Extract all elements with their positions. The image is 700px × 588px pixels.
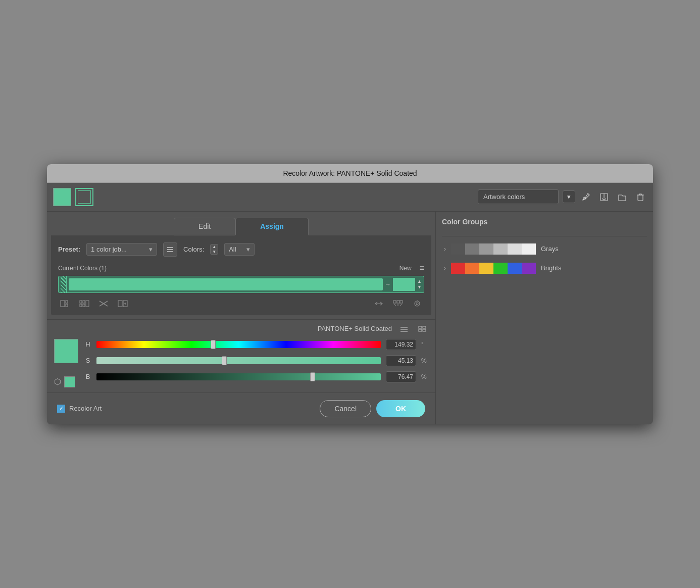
main-color-swatch[interactable] <box>54 339 78 363</box>
artwork-colors-dropdown[interactable]: ▾ <box>563 190 575 203</box>
trash-icon[interactable] <box>634 191 647 203</box>
save-icon[interactable] <box>597 191 611 203</box>
svg-rect-32 <box>423 329 426 331</box>
toolbar-row: ▾ <box>47 183 653 212</box>
footer-buttons: Cancel OK <box>320 400 425 417</box>
h-unit: ° <box>421 341 428 348</box>
column-menu-icon[interactable]: ≡ <box>420 264 424 273</box>
eyedropper-icon[interactable] <box>579 191 592 203</box>
assign-panel: Preset: 1 color job... ▾ Colors: <box>51 235 431 315</box>
svg-rect-7 <box>66 301 68 303</box>
color-group-grays[interactable]: › Grays <box>442 239 647 259</box>
svg-rect-16 <box>118 301 122 307</box>
svg-rect-12 <box>83 304 85 307</box>
brights-label: Brights <box>541 264 561 272</box>
separator <box>442 236 647 236</box>
svg-point-23 <box>415 301 420 306</box>
svg-rect-5 <box>167 251 173 252</box>
color-stripe <box>61 276 67 292</box>
svg-rect-4 <box>167 249 173 250</box>
svg-rect-22 <box>400 301 403 303</box>
find-icon[interactable] <box>410 299 424 308</box>
new-color-spinner[interactable]: ▲ ▼ <box>417 279 422 290</box>
bottom-icons-row <box>58 295 424 308</box>
footer-row: ✓ Recolor Art Cancel OK <box>47 393 435 424</box>
cube-icon: ⬡ <box>54 377 61 386</box>
folder-icon[interactable] <box>616 191 629 203</box>
small-swatch[interactable] <box>64 376 75 387</box>
pantone-row: PANTONE+ Solid Coated <box>54 325 428 333</box>
swap-colors-icon[interactable] <box>372 299 386 308</box>
pantone-label: PANTONE+ Solid Coated <box>318 325 392 332</box>
preset-label: Preset: <box>58 246 80 253</box>
colors-label: Colors: <box>183 246 204 253</box>
b-slider-thumb[interactable] <box>310 372 315 381</box>
color-groups-label: Color Groups <box>442 218 487 226</box>
hsb-sliders-container: H ° S <box>54 339 428 382</box>
svg-rect-8 <box>66 304 68 307</box>
svg-rect-20 <box>393 301 396 303</box>
svg-point-0 <box>583 199 584 200</box>
random-order-icon[interactable] <box>391 299 405 308</box>
b-slider-track[interactable] <box>96 373 381 380</box>
svg-rect-10 <box>80 304 82 307</box>
s-value-input[interactable] <box>386 355 416 366</box>
cancel-button[interactable]: Cancel <box>320 400 371 417</box>
recolor-checkbox[interactable]: ✓ <box>57 405 65 413</box>
color-row[interactable]: → ▲ ▼ <box>58 276 424 293</box>
brights-swatches <box>451 263 536 274</box>
colors-all-select[interactable]: All ▾ <box>224 243 255 256</box>
color-bar <box>69 278 383 290</box>
tab-edit[interactable]: Edit <box>174 218 235 235</box>
merge-rows-icon[interactable] <box>58 299 72 308</box>
bottom-left-icons <box>58 299 130 308</box>
h-slider-row: H ° <box>84 339 428 350</box>
color-group-brights[interactable]: › Brights <box>442 259 647 278</box>
grays-label: Grays <box>541 245 559 253</box>
swatch-green-outline[interactable] <box>75 188 93 206</box>
sliders-group: H ° S <box>84 339 428 382</box>
recolor-check: ✓ Recolor Art <box>57 405 102 413</box>
svg-rect-21 <box>397 301 399 303</box>
pantone-menu-icon[interactable] <box>398 325 410 333</box>
swatch-green[interactable] <box>53 188 71 206</box>
right-panel-header: Color Groups <box>442 218 647 226</box>
s-slider-thumb[interactable] <box>222 356 227 365</box>
new-color-preview[interactable] <box>393 278 415 291</box>
pantone-grid-icon[interactable] <box>416 325 428 333</box>
tab-assign[interactable]: Assign <box>235 218 309 235</box>
color-table-header: Current Colors (1) New ≡ <box>58 264 424 273</box>
colors-spinner[interactable]: ▲ ▼ <box>210 244 218 255</box>
recolor-art-label: Recolor Art <box>69 405 102 412</box>
add-color-icon[interactable] <box>116 299 130 308</box>
pantone-icons <box>398 325 428 333</box>
hsb-area: PANTONE+ Solid Coated <box>47 319 435 393</box>
svg-point-24 <box>416 303 418 305</box>
s-slider-row: S % <box>84 355 428 366</box>
main-swatch-area <box>54 339 78 363</box>
grays-swatches <box>451 243 536 255</box>
chevron-grays-icon: › <box>444 246 446 253</box>
svg-rect-30 <box>423 326 426 328</box>
svg-rect-3 <box>167 247 173 248</box>
exclude-icon[interactable] <box>96 299 111 308</box>
h-value-input[interactable] <box>386 339 416 350</box>
artwork-colors-input[interactable] <box>478 189 559 204</box>
h-slider-thumb[interactable] <box>211 340 216 349</box>
h-slider-track[interactable] <box>96 341 381 348</box>
svg-rect-13 <box>86 301 89 307</box>
list-view-btn[interactable] <box>163 242 177 257</box>
ok-button[interactable]: OK <box>376 400 425 417</box>
s-slider-track[interactable] <box>96 357 381 364</box>
chevron-brights-icon: › <box>444 265 446 272</box>
s-unit: % <box>421 357 428 364</box>
preset-select[interactable]: 1 color job... ▾ <box>86 243 157 256</box>
right-toolbar-icons <box>579 191 647 203</box>
dialog-title: Recolor Artwork: PANTONE+ Solid Coated <box>283 169 417 177</box>
arrow-right-icon: → <box>385 281 391 288</box>
new-label: New <box>399 265 412 272</box>
title-bar: Recolor Artwork: PANTONE+ Solid Coated <box>47 164 653 183</box>
split-rows-icon[interactable] <box>77 299 91 308</box>
right-panel: Color Groups › Grays › <box>436 212 653 424</box>
s-label: S <box>84 357 91 364</box>
